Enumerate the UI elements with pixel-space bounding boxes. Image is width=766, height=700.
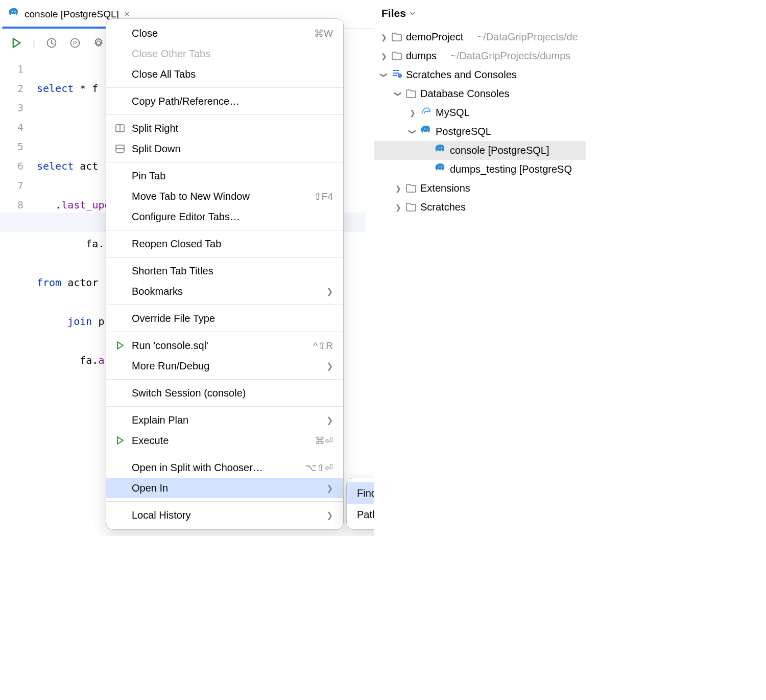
svg-text:P: P xyxy=(73,40,77,46)
run-icon[interactable] xyxy=(9,36,23,50)
chevron-right-icon: ❯ xyxy=(326,510,333,520)
svg-point-21 xyxy=(441,166,442,167)
menu-local-history[interactable]: Local History❯ xyxy=(106,505,343,525)
folder-icon xyxy=(406,184,416,193)
svg-point-16 xyxy=(424,128,425,129)
menu-open-in[interactable]: Open In❯ xyxy=(106,478,343,498)
chevron-down-icon[interactable]: ❯ xyxy=(380,72,388,79)
page-icon[interactable]: P xyxy=(68,36,82,50)
chevron-down-icon[interactable]: ❯ xyxy=(409,128,417,135)
menu-split-right[interactable]: Split Right xyxy=(106,118,343,138)
tree-item-scratches[interactable]: ❯ Scratches xyxy=(374,198,586,217)
scratches-icon xyxy=(392,69,402,81)
history-icon[interactable] xyxy=(44,36,59,50)
menu-explain-plan[interactable]: Explain Plan❯ xyxy=(106,410,343,430)
chevron-right-icon[interactable]: ❯ xyxy=(395,184,402,193)
split-right-icon xyxy=(114,124,126,132)
code-content[interactable]: select * f select act .last_upd fa. from… xyxy=(37,57,111,409)
svg-point-17 xyxy=(426,128,427,129)
menu-pin-tab[interactable]: Pin Tab xyxy=(106,166,343,186)
chevron-right-icon: ❯ xyxy=(326,415,333,425)
elephant-icon xyxy=(435,144,446,157)
run-icon xyxy=(114,436,126,445)
chevron-right-icon: ❯ xyxy=(326,287,333,296)
svg-point-18 xyxy=(438,147,439,148)
menu-copy-path[interactable]: Copy Path/Reference… xyxy=(106,91,343,111)
folder-icon xyxy=(392,52,402,60)
menu-bookmarks[interactable]: Bookmarks❯ xyxy=(106,281,343,301)
menu-split-down[interactable]: Split Down xyxy=(106,138,343,159)
files-panel: Files ❯ demoProject ~/DataGripProjects/d… xyxy=(374,0,586,536)
chevron-right-icon[interactable]: ❯ xyxy=(409,109,416,117)
gear-icon[interactable] xyxy=(91,36,106,50)
menu-close-all[interactable]: Close All Tabs xyxy=(106,64,343,84)
tree-item-console-postgresql[interactable]: console [PostgreSQL] xyxy=(374,141,586,160)
split-down-icon xyxy=(114,145,126,153)
tree-item-dumps-testing[interactable]: dumps_testing [PostgreSQ xyxy=(374,160,586,179)
tree-item-postgresql[interactable]: ❯ PostgreSQL xyxy=(374,122,586,141)
menu-close-others: Close Other Tabs xyxy=(106,43,343,64)
chevron-right-icon[interactable]: ❯ xyxy=(380,52,388,60)
folder-icon xyxy=(392,33,402,41)
svg-point-1 xyxy=(14,11,15,12)
svg-point-20 xyxy=(438,166,439,167)
tree-item-database-consoles[interactable]: ❯ Database Consoles xyxy=(374,84,586,103)
tree-item-dumps[interactable]: ❯ dumps ~/DataGripProjects/dumps xyxy=(374,46,586,65)
chevron-right-icon[interactable]: ❯ xyxy=(380,33,388,41)
menu-reopen-closed[interactable]: Reopen Closed Tab xyxy=(106,234,343,254)
chevron-right-icon: ❯ xyxy=(326,361,333,371)
mysql-icon xyxy=(420,107,432,119)
folder-icon xyxy=(406,203,416,212)
tree-item-scratches-consoles[interactable]: ❯ Scratches and Consoles xyxy=(374,65,586,84)
menu-configure-tabs[interactable]: Configure Editor Tabs… xyxy=(106,206,343,227)
run-icon xyxy=(114,341,126,349)
folder-icon xyxy=(406,89,416,98)
tree-item-extensions[interactable]: ❯ Extensions xyxy=(374,179,586,198)
menu-more-run[interactable]: More Run/Debug❯ xyxy=(106,356,343,376)
chevron-down-icon xyxy=(409,7,416,19)
tree-item-demoProject[interactable]: ❯ demoProject ~/DataGripProjects/de xyxy=(374,28,586,46)
menu-close[interactable]: Close⌘W xyxy=(106,23,343,43)
tab-context-menu: Close⌘W Close Other Tabs Close All Tabs … xyxy=(106,18,344,530)
menu-shorten-titles[interactable]: Shorten Tab Titles xyxy=(106,261,343,281)
menu-execute[interactable]: Execute⌘⏎ xyxy=(106,430,343,451)
files-panel-title[interactable]: Files xyxy=(374,0,586,28)
svg-point-0 xyxy=(12,11,13,12)
elephant-icon xyxy=(435,163,446,176)
chevron-right-icon[interactable]: ❯ xyxy=(395,203,402,212)
chevron-down-icon[interactable]: ❯ xyxy=(394,90,402,98)
menu-switch-session[interactable]: Switch Session (console) xyxy=(106,383,343,403)
svg-point-19 xyxy=(441,147,442,148)
menu-open-split-chooser[interactable]: Open in Split with Chooser…⌥⇧⏎ xyxy=(106,457,343,478)
tree-item-mysql[interactable]: ❯ MySQL xyxy=(374,103,586,122)
menu-move-new-window[interactable]: Move Tab to New Window⇧F4 xyxy=(106,186,343,206)
elephant-icon xyxy=(8,8,19,20)
menu-override-file-type[interactable]: Override File Type xyxy=(106,308,343,329)
menu-run-console[interactable]: Run 'console.sql'^⇧R xyxy=(106,335,343,356)
line-gutter: 1 2 3 4 5 6 7 8 xyxy=(0,57,37,409)
chevron-right-icon: ❯ xyxy=(326,483,333,493)
files-tree: ❯ demoProject ~/DataGripProjects/de ❯ du… xyxy=(374,28,586,217)
tab-title: console [PostgreSQL] xyxy=(25,9,119,20)
elephant-icon xyxy=(420,125,432,138)
